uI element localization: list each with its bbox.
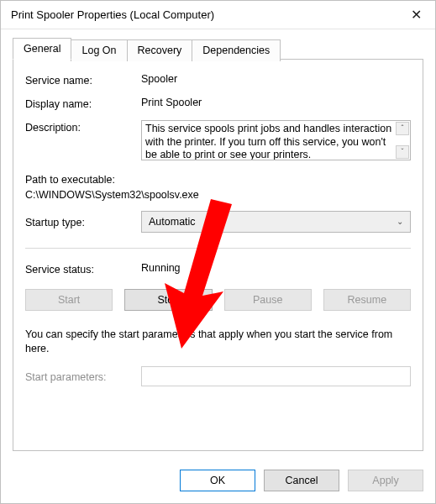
description-textbox[interactable]: This service spools print jobs and handl… — [141, 120, 411, 160]
titlebar: Print Spooler Properties (Local Computer… — [1, 1, 435, 29]
divider — [25, 248, 411, 249]
window-title: Print Spooler Properties (Local Computer… — [11, 8, 397, 21]
row-path: Path to executable: C:\WINDOWS\System32\… — [25, 174, 411, 201]
close-button[interactable]: ✕ — [397, 1, 435, 29]
row-startup-type: Startup type: Automatic ⌄ — [25, 211, 411, 233]
description-label: Description: — [25, 120, 141, 134]
display-name-value: Print Spooler — [141, 97, 411, 108]
start-params-input — [141, 366, 411, 386]
service-status-label: Service status: — [25, 262, 141, 276]
tab-recovery[interactable]: Recovery — [127, 39, 193, 61]
dialog-footer: OK Cancel Apply — [1, 459, 435, 503]
scroll-down-button[interactable]: ˇ — [396, 145, 409, 159]
tab-log-on[interactable]: Log On — [71, 39, 127, 61]
start-params-help: You can specify the start parameters tha… — [25, 328, 411, 356]
path-label: Path to executable: — [25, 174, 411, 186]
cancel-button[interactable]: Cancel — [264, 470, 339, 491]
description-text: This service spools print jobs and handl… — [145, 123, 391, 160]
tab-general[interactable]: General — [13, 38, 71, 60]
row-description: Description: This service spools print j… — [25, 120, 411, 160]
resume-button: Resume — [323, 289, 411, 311]
row-service-name: Service name: Spooler — [25, 73, 411, 87]
tab-dependencies[interactable]: Dependencies — [192, 39, 281, 61]
path-value: C:\WINDOWS\System32\spoolsv.exe — [25, 189, 411, 201]
startup-type-select[interactable]: Automatic ⌄ — [141, 211, 411, 233]
chevron-down-icon: ˇ — [402, 147, 404, 156]
startup-type-value: Automatic — [149, 216, 196, 228]
chevron-down-icon: ⌄ — [397, 217, 403, 226]
row-display-name: Display name: Print Spooler — [25, 97, 411, 110]
row-start-params: Start parameters: — [25, 366, 411, 386]
apply-button: Apply — [348, 470, 423, 491]
service-control-buttons: Start Stop Pause Resume — [25, 289, 411, 311]
dialog-body: General Log On Recovery Dependencies Ser… — [1, 29, 435, 459]
row-service-status: Service status: Running — [25, 262, 411, 276]
startup-type-label: Startup type: — [25, 215, 141, 228]
chevron-up-icon: ˆ — [402, 123, 404, 133]
service-status-value: Running — [141, 262, 411, 274]
stop-button[interactable]: Stop — [124, 289, 212, 311]
tabstrip: General Log On Recovery Dependencies — [13, 38, 423, 60]
service-name-value: Spooler — [141, 73, 411, 85]
tabpanel-general: Service name: Spooler Display name: Prin… — [13, 59, 423, 451]
close-icon: ✕ — [411, 7, 422, 23]
dialog-window: Print Spooler Properties (Local Computer… — [0, 0, 436, 504]
service-name-label: Service name: — [25, 73, 141, 87]
ok-button[interactable]: OK — [180, 470, 255, 491]
scroll-up-button[interactable]: ˆ — [396, 122, 409, 135]
start-button: Start — [25, 289, 113, 311]
display-name-label: Display name: — [25, 97, 141, 110]
start-params-label: Start parameters: — [25, 370, 141, 383]
pause-button: Pause — [224, 289, 312, 311]
